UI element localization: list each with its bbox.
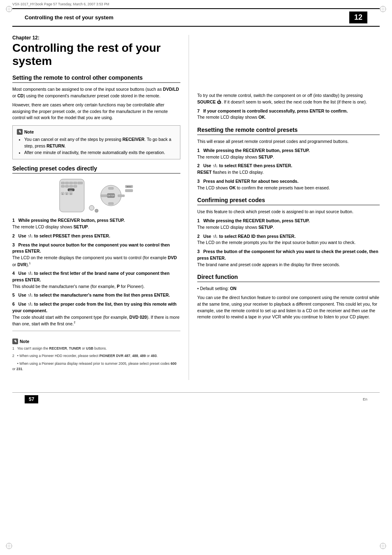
section-heading-resetting: Resetting the remote control presets: [197, 127, 380, 135]
direct-function-default: • Default setting: ON: [197, 286, 380, 292]
step-5: 5 Use ↑/↓ to select the manufacturer's n…: [12, 292, 180, 299]
chapter-band-title: Controlling the rest of your system: [25, 14, 113, 21]
reset-step-1: 1 While pressing the RECEIVER button, pr…: [197, 147, 380, 161]
reset-step-3: 3 Press and hold ENTER for about two sec…: [197, 178, 380, 191]
note-list: You can cancel or exit any of the steps …: [17, 136, 176, 156]
corner-mark-br: [379, 542, 387, 550]
svg-rect-39: [125, 189, 133, 192]
language-label: En: [363, 397, 367, 401]
svg-point-40: [89, 205, 94, 210]
note-item-2: After one minute of inactivity, the remo…: [24, 150, 176, 156]
svg-rect-16: [74, 182, 77, 184]
corner-mark-tr: [379, 5, 387, 13]
svg-rect-18: [61, 185, 65, 187]
remote-svg: REC 1 2 3 ENTER: [55, 177, 138, 214]
reset-step-2: 2 Use ↑/↓ to select RESET then press ENT…: [197, 163, 380, 176]
page-number-label: 57: [25, 395, 38, 403]
svg-rect-36: [108, 203, 113, 205]
corner-mark-tl: [5, 5, 13, 13]
svg-rect-19: [65, 185, 69, 187]
note-item-1: You can cancel or exit any of the steps …: [24, 136, 176, 150]
svg-text:1: 1: [62, 193, 63, 195]
remote-image-container: REC 1 2 3 ENTER: [12, 177, 180, 214]
chapter-main-title: Controlling the rest of your system: [12, 41, 180, 68]
note-icon: ✎: [17, 129, 23, 135]
svg-text:3: 3: [70, 193, 71, 195]
setting-remote-para2: However, there are cases where only cert…: [12, 102, 180, 121]
svg-rect-15: [69, 182, 73, 184]
svg-text:REC: REC: [69, 189, 73, 191]
setting-remote-para1: Most components can be assigned to one o…: [12, 86, 180, 99]
step-3: 3 Press the input source button for the …: [12, 242, 180, 268]
step-2: 2 Use ↑/↓ to select PRESET then press EN…: [12, 233, 180, 240]
file-info: VSX-1017_HY.book Page 57 Tuesday, March …: [0, 0, 392, 8]
svg-rect-13: [61, 182, 65, 184]
chapter-label: Chapter 12:: [12, 35, 180, 41]
direct-function-text: You can use the direct function feature …: [197, 295, 380, 320]
section-heading-direct-function: Direct function: [197, 274, 380, 282]
step-1: 1 While pressing the RECEIVER button, pr…: [12, 217, 180, 230]
right-col-intro: To try out the remote control, switch th…: [197, 92, 380, 106]
footnote-note-mark: ✎: [12, 339, 18, 344]
svg-text:ENTER: ENTER: [107, 194, 114, 197]
svg-text:2: 2: [66, 193, 67, 195]
svg-rect-20: [69, 185, 73, 187]
confirming-intro: Use this feature to check which preset c…: [197, 209, 380, 215]
chapter-number-box: 12: [349, 12, 367, 23]
section-heading-confirming: Confirming preset codes: [197, 197, 380, 205]
footnote-2a: 2 • When using a Pioneer HDD recorder, p…: [12, 353, 180, 359]
resetting-intro: This will erase all preset remote contro…: [197, 138, 380, 145]
chapter-band: Controlling the rest of your system 12: [12, 8, 380, 27]
svg-rect-17: [78, 182, 83, 184]
section-heading-setting-remote: Setting the remote to control other comp…: [12, 74, 180, 83]
main-content: Chapter 12: Controlling the rest of your…: [0, 27, 392, 388]
svg-rect-33: [101, 195, 107, 197]
footnote-1: 1 You can't assign the RECEIVER, TUNER o…: [12, 346, 180, 351]
step-7: 7 If your component is controlled succes…: [197, 108, 380, 121]
svg-rect-14: [65, 182, 69, 184]
right-column: To try out the remote control, switch th…: [189, 35, 380, 380]
svg-rect-35: [108, 187, 113, 189]
step-6: 6 Use ↑/↓ to select the proper code from…: [12, 301, 180, 327]
footnote-note-icon: ✎ Note: [12, 339, 180, 344]
section-heading-selecting-preset: Selecting preset codes directly: [12, 165, 180, 174]
corner-mark-bl: [5, 542, 13, 550]
note-box-setting-remote: ✎ Note You can cancel or exit any of the…: [12, 125, 180, 159]
confirm-step-3: 3 Press the button of the component for …: [197, 249, 380, 268]
svg-text:MENU: MENU: [127, 186, 131, 188]
confirm-step-2: 2 Use ↑/↓ to select READ ID then press E…: [197, 233, 380, 246]
footer: 57 En: [12, 392, 380, 406]
svg-point-41: [95, 209, 98, 212]
note-title: ✎ Note: [17, 129, 176, 135]
footnotes-section: ✎ Note 1 You can't assign the RECEIVER, …: [12, 331, 180, 376]
footnote-2b: • When using a Pioneer plasma display re…: [12, 361, 180, 372]
svg-rect-21: [74, 185, 77, 187]
step-4: 4 Use ↑/↓ to select the first letter of …: [12, 270, 180, 290]
confirm-step-1: 1 While pressing the RECEIVER button, pr…: [197, 218, 380, 231]
svg-rect-34: [118, 195, 125, 197]
left-column: Chapter 12: Controlling the rest of your…: [12, 35, 189, 380]
